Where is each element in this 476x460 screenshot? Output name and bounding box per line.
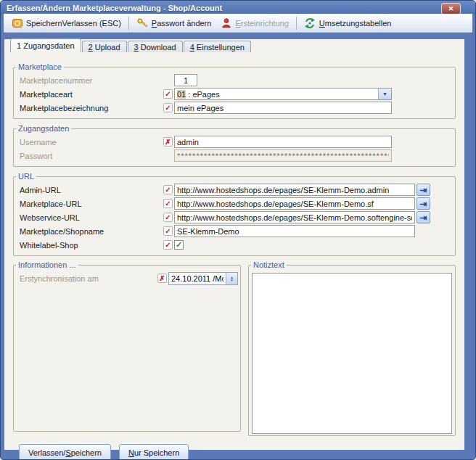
field-label: Marketplacenummer: [20, 76, 163, 85]
toolbar-button-ersteinrichtung: Ersteinrichtung: [216, 16, 292, 30]
toolbar-label: Passwort ändern: [152, 19, 212, 28]
date-spinner[interactable]: ▲ ▼: [226, 273, 237, 284]
toolbar-button-umsetzungstabellen[interactable]: Umsetzungstabellen: [300, 16, 396, 30]
combo-selected-code: 01: [177, 90, 186, 99]
mapping-tables-icon: [304, 17, 316, 29]
toolbar-button-speichern-verlassen[interactable]: SpeichernVerlassen (ESC): [7, 16, 126, 30]
nur-speichern-button[interactable]: Nur Speichern: [119, 444, 189, 460]
tab-strip: 1 Zugangsdaten 2 Upload 3 Download 4 Ein…: [4, 39, 464, 52]
tab-download[interactable]: 3 Download: [128, 41, 183, 52]
required-check-icon[interactable]: ✓: [163, 185, 173, 194]
field-row-marketplace-url: Marketplace-URL ✓ ⇥: [14, 197, 455, 210]
required-cross-icon[interactable]: ✗: [157, 274, 167, 283]
group-title: Zugangsdaten: [16, 124, 71, 133]
group-title: Notiztext: [251, 260, 287, 269]
field-label: Marketplaceart: [20, 90, 163, 99]
setup-person-icon: [220, 17, 232, 29]
field-label: Admin-URL: [20, 186, 163, 194]
webservice-url-input[interactable]: [174, 211, 415, 223]
spinner-down-icon: ▼: [230, 279, 234, 282]
title-bar: Erfassen/Ändern Marketplaceverwaltung - …: [1, 1, 475, 15]
field-row-username: Username ✗: [14, 135, 455, 149]
field-row-shopname: Marketplace/Shopname ✓: [14, 224, 455, 238]
group-title: Informationen ...: [16, 260, 78, 269]
field-row-marketplacenummer: Marketplacenummer: [14, 73, 455, 87]
marketplaceart-combobox[interactable]: 01 : ePages ▼: [174, 88, 392, 100]
open-url-icon[interactable]: ⇥: [416, 184, 430, 196]
field-row-marketplacebezeichnung: Marketplacebezeichnung ✓: [14, 101, 455, 115]
field-label: Marketplacebezeichnung: [20, 104, 163, 112]
marketplace-url-input[interactable]: [174, 197, 415, 210]
required-check-icon[interactable]: ✓: [163, 199, 173, 208]
field-row-admin-url: Admin-URL ✓ ⇥: [14, 183, 455, 197]
username-input[interactable]: [174, 136, 392, 148]
field-row-webservice-url: Webservice-URL ✓ ⇥: [14, 210, 455, 224]
field-row-passwort: Passwort: [14, 149, 455, 163]
chevron-down-icon[interactable]: ▼: [378, 89, 391, 99]
group-informationen: Informationen ... Erstynchronisation am …: [13, 260, 241, 432]
close-button[interactable]: ✕: [441, 3, 461, 15]
passwort-input: [174, 149, 392, 162]
verlassen-speichern-button[interactable]: Verlassen/Speichern: [19, 444, 111, 460]
marketplacebezeichnung-input[interactable]: [174, 102, 392, 114]
date-field: ▲ ▼: [168, 272, 238, 285]
admin-url-input[interactable]: [174, 184, 415, 196]
dialog-window: Erfassen/Ändern Marketplaceverwaltung - …: [0, 0, 476, 460]
toolbar: SpeichernVerlassen (ESC) Passwort ändern…: [4, 14, 472, 33]
field-label: Marketplace/Shopname: [20, 227, 163, 236]
group-title: URL: [16, 172, 36, 181]
open-url-icon[interactable]: ⇥: [416, 211, 430, 223]
required-check-icon[interactable]: ✓: [163, 240, 173, 250]
field-label: Webservice-URL: [20, 213, 163, 222]
main-panel: 1 Zugangsdaten 2 Upload 3 Download 4 Ein…: [4, 39, 464, 450]
field-label: Username: [20, 138, 163, 147]
field-row-whitelabel: Whitelabel-Shop ✓ ✓: [14, 238, 455, 252]
footer-buttons: Verlassen/Speichern Nur Speichern: [19, 444, 464, 460]
toolbar-label: Ersteinrichtung: [235, 19, 288, 28]
required-check-icon[interactable]: ✓: [163, 226, 173, 236]
toolbar-label: Umsetzungstabellen: [319, 19, 392, 28]
keys-icon: [136, 17, 149, 29]
required-cross-icon[interactable]: ✗: [163, 137, 173, 147]
field-label: Passwort: [20, 152, 163, 160]
field-label: Erstynchronisation am: [20, 274, 157, 283]
required-check-icon[interactable]: ✓: [163, 213, 173, 222]
marketplacenummer-input[interactable]: [174, 74, 197, 86]
group-notiztext: Notiztext: [248, 260, 456, 436]
group-title: Marketplace: [16, 62, 64, 71]
save-exit-icon: [11, 17, 23, 29]
group-marketplace: Marketplace Marketplacenummer Marketplac…: [13, 62, 456, 119]
toolbar-label: SpeichernVerlassen (ESC): [26, 19, 121, 28]
field-label: Marketplace-URL: [20, 200, 163, 208]
bottom-columns: Informationen ... Erstynchronisation am …: [13, 260, 456, 436]
required-check-icon[interactable]: ✓: [163, 89, 173, 99]
toolbar-separator: [296, 17, 297, 30]
erstsynchronisation-date-input[interactable]: [169, 273, 226, 284]
group-url: URL Admin-URL ✓ ⇥ Marketplace-URL ✓ ⇥ We…: [13, 172, 456, 256]
required-check-icon[interactable]: ✓: [163, 103, 173, 112]
tab-upload[interactable]: 2 Upload: [82, 41, 127, 52]
whitelabel-checkbox[interactable]: ✓: [174, 240, 184, 250]
close-icon: ✕: [448, 6, 454, 12]
toolbar-button-passwort-aendern[interactable]: Passwort ändern: [132, 16, 216, 30]
group-zugangsdaten: Zugangsdaten Username ✗ Passwort: [13, 124, 456, 167]
toolbar-separator: [128, 17, 129, 30]
window-title: Erfassen/Ändern Marketplaceverwaltung - …: [7, 4, 222, 12]
field-label: Whitelabel-Shop: [20, 241, 163, 250]
shopname-input[interactable]: [174, 225, 415, 237]
field-row-erstsynchronisation: Erstynchronisation am ✗ ▲ ▼: [14, 271, 240, 285]
tab-einstellungen[interactable]: 4 Einstellungen: [184, 41, 251, 52]
tab-zugangsdaten[interactable]: 1 Zugangsdaten: [10, 38, 81, 52]
open-url-icon[interactable]: ⇥: [416, 197, 430, 210]
field-row-marketplaceart: Marketplaceart ✓ 01 : ePages ▼: [14, 87, 455, 101]
notiztext-textarea[interactable]: [252, 273, 452, 434]
